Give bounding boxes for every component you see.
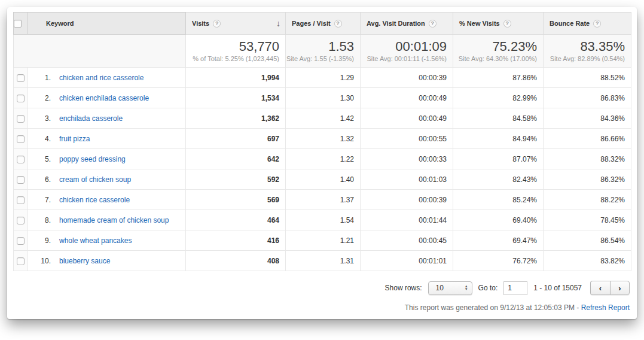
row-checkbox[interactable]: [17, 196, 25, 204]
goto-page-input[interactable]: [503, 281, 527, 295]
pct-new-visits-cell: 82.99%: [453, 88, 544, 108]
visits-cell: 1,994: [186, 68, 286, 88]
show-rows-label: Show rows:: [385, 284, 422, 292]
refresh-report-link[interactable]: Refresh Report: [581, 303, 630, 312]
avg-visit-duration-cell: 00:01:03: [361, 169, 453, 190]
avg-visit-duration-cell: 00:00:39: [361, 68, 453, 88]
avg-visit-duration-cell: 00:00:33: [361, 149, 453, 169]
row-rank: 3.: [34, 114, 51, 123]
help-icon[interactable]: ?: [593, 20, 601, 28]
summary-value: 83.35%: [544, 39, 625, 54]
column-header-bounce-rate[interactable]: Bounce Rate ?: [544, 13, 631, 35]
help-icon[interactable]: ?: [213, 20, 221, 28]
show-rows-select[interactable]: 10 ▲ ▼: [428, 281, 472, 295]
row-rank: 7.: [34, 196, 51, 204]
pages-per-visit-cell: 1.54: [286, 210, 361, 230]
bounce-rate-cell: 86.83%: [544, 88, 631, 108]
sort-descending-icon: ↓: [276, 19, 280, 28]
column-label: % New Visits: [459, 20, 500, 27]
pages-per-visit-cell: 1.29: [286, 68, 361, 88]
visits-cell: 697: [186, 129, 286, 149]
table-body: 1.chicken and rice casserole1,9941.2900:…: [14, 68, 631, 271]
keyword-link[interactable]: cream of chicken soup: [59, 175, 131, 184]
row-checkbox[interactable]: [17, 176, 25, 184]
table-row: 2.chicken enchilada casserole1,5341.3000…: [14, 88, 631, 108]
avg-visit-duration-cell: 00:00:55: [361, 129, 453, 149]
column-header-pct-new-visits[interactable]: % New Visits ?: [453, 13, 544, 35]
pct-new-visits-cell: 76.72%: [453, 251, 544, 271]
keyword-link[interactable]: fruit pizza: [59, 135, 90, 143]
help-icon[interactable]: ?: [334, 20, 342, 28]
keyword-cell: 3.enchilada casserole: [28, 108, 186, 129]
keyword-link[interactable]: homemade cream of chicken soup: [59, 216, 169, 224]
column-label: Avg. Visit Duration: [367, 20, 425, 27]
row-rank: 2.: [34, 94, 51, 102]
keyword-link[interactable]: chicken enchilada casserole: [59, 94, 149, 102]
column-header-keyword[interactable]: Keyword: [28, 13, 186, 35]
row-checkbox[interactable]: [17, 115, 25, 123]
row-checkbox[interactable]: [17, 95, 25, 102]
pages-per-visit-cell: 1.32: [286, 129, 361, 149]
keyword-cell: 6.cream of chicken soup: [28, 169, 186, 190]
help-icon[interactable]: ?: [503, 20, 511, 28]
visits-cell: 569: [186, 190, 286, 210]
pages-per-visit-cell: 1.37: [286, 190, 361, 210]
keyword-cell: 9.whole wheat pancakes: [28, 230, 186, 251]
row-checkbox[interactable]: [17, 217, 25, 224]
keyword-link[interactable]: blueberry sauce: [59, 257, 110, 265]
table-row: 5.poppy seed dressing6421.2200:00:3387.0…: [14, 149, 631, 169]
pages-per-visit-cell: 1.21: [286, 230, 361, 251]
row-checkbox[interactable]: [17, 135, 25, 143]
column-header-pages-per-visit[interactable]: Pages / Visit ?: [286, 13, 361, 35]
next-page-button[interactable]: ›: [610, 281, 630, 295]
pct-new-visits-cell: 84.58%: [453, 108, 544, 129]
table-row: 7.chicken rice casserole5691.3700:00:398…: [14, 190, 631, 210]
goto-label: Go to:: [478, 284, 498, 292]
help-icon[interactable]: ?: [429, 20, 437, 28]
pct-new-visits-cell: 85.24%: [453, 190, 544, 210]
avg-visit-duration-cell: 00:00:39: [361, 190, 453, 210]
keyword-link[interactable]: chicken and rice casserole: [59, 74, 144, 82]
row-rank: 5.: [34, 155, 51, 163]
visits-cell: 642: [186, 149, 286, 169]
row-checkbox-cell: [14, 108, 28, 129]
row-checkbox-cell: [14, 68, 28, 88]
row-rank: 1.: [34, 74, 51, 82]
bounce-rate-cell: 78.45%: [544, 210, 631, 230]
row-checkbox[interactable]: [17, 156, 25, 163]
row-checkbox-cell: [14, 129, 28, 149]
keyword-link[interactable]: whole wheat pancakes: [59, 236, 132, 245]
column-header-avg-visit-duration[interactable]: Avg. Visit Duration ?: [361, 13, 453, 35]
visits-cell: 464: [186, 210, 286, 230]
bounce-rate-cell: 88.22%: [544, 190, 631, 210]
row-checkbox[interactable]: [17, 257, 25, 265]
select-all-checkbox[interactable]: [14, 20, 22, 28]
column-header-visits[interactable]: Visits ? ↓: [186, 13, 286, 35]
summary-subtext: Site Avg: 00:01:11 (-1.56%): [361, 54, 447, 63]
row-rank: 6.: [34, 175, 51, 184]
row-checkbox[interactable]: [17, 237, 25, 245]
row-checkbox[interactable]: [17, 74, 25, 82]
keyword-link[interactable]: poppy seed dressing: [59, 155, 126, 163]
visits-cell: 1,534: [186, 88, 286, 108]
visits-cell: 408: [186, 251, 286, 271]
table-header-row: Keyword Visits ? ↓ Pages / Visit ?: [14, 13, 631, 35]
bounce-rate-cell: 86.54%: [544, 230, 631, 251]
column-label: Pages / Visit: [292, 20, 331, 27]
table-row: 4.fruit pizza6971.3200:00:5584.94%86.66%: [14, 129, 631, 149]
previous-page-button[interactable]: ‹: [590, 281, 610, 295]
keyword-link[interactable]: chicken rice casserole: [59, 196, 130, 204]
row-rank: 9.: [34, 236, 51, 245]
pct-new-visits-cell: 87.07%: [453, 149, 544, 169]
visits-cell: 1,362: [186, 108, 286, 129]
row-checkbox-cell: [14, 149, 28, 169]
summary-pct-new-visits: 75.23% Site Avg: 64.30% (17.00%): [453, 35, 544, 68]
keyword-cell: 7.chicken rice casserole: [28, 190, 186, 210]
avg-visit-duration-cell: 00:01:44: [361, 210, 453, 230]
keyword-link[interactable]: enchilada casserole: [59, 114, 123, 123]
pct-new-visits-cell: 82.43%: [453, 169, 544, 190]
keyword-cell: 2.chicken enchilada casserole: [28, 88, 186, 108]
pages-per-visit-cell: 1.31: [286, 251, 361, 271]
avg-visit-duration-cell: 00:00:45: [361, 230, 453, 251]
summary-subtext: Site Avg: 64.30% (17.00%): [453, 54, 537, 63]
